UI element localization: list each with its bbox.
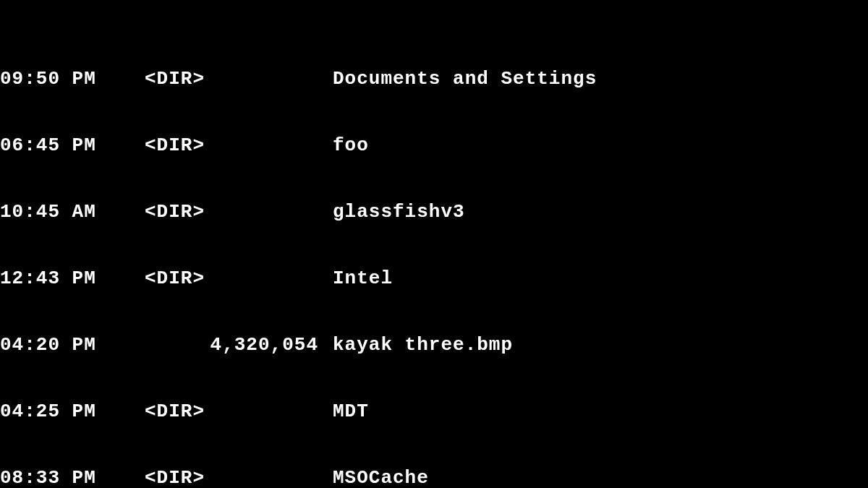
entry-type: <DIR> <box>107 68 324 90</box>
entry-time: 04:25 PM <box>0 401 107 423</box>
entry-type: <DIR> <box>107 401 324 423</box>
entry-time: 08:33 PM <box>0 467 107 488</box>
dir-entry-row: 06:45 PM <DIR> foo <box>0 134 868 157</box>
entry-time: 09:50 PM <box>0 68 107 90</box>
entry-size: 4,320,054 <box>107 334 324 356</box>
entry-name: foo <box>324 134 369 157</box>
entry-name: MDT <box>324 401 369 423</box>
entry-name: glassfishv3 <box>324 201 465 223</box>
entry-type: <DIR> <box>107 267 324 290</box>
entry-name: Documents and Settings <box>324 68 597 90</box>
entry-time: 10:45 AM <box>0 201 107 223</box>
file-entry-row: 04:20 PM 4,320,054 kayak three.bmp <box>0 334 868 356</box>
entry-type: <DIR> <box>107 201 324 223</box>
dir-entry-row: 12:43 PM <DIR> Intel <box>0 267 868 290</box>
entry-name: kayak three.bmp <box>324 334 513 356</box>
entry-time: 04:20 PM <box>0 334 107 356</box>
entry-name: MSOCache <box>324 467 429 488</box>
dir-entry-row: 04:25 PM <DIR> MDT <box>0 401 868 423</box>
dir-entry-row: 08:33 PM <DIR> MSOCache <box>0 467 868 488</box>
entry-type: <DIR> <box>107 467 324 488</box>
entry-time: 06:45 PM <box>0 134 107 157</box>
dir-entry-row: 09:50 PM <DIR> Documents and Settings <box>0 68 868 90</box>
dir-entry-row: 10:45 AM <DIR> glassfishv3 <box>0 201 868 223</box>
terminal-output: 09:50 PM <DIR> Documents and Settings 06… <box>0 1 868 488</box>
entry-type: <DIR> <box>107 134 324 157</box>
entry-time: 12:43 PM <box>0 267 107 290</box>
entry-name: Intel <box>324 267 393 290</box>
